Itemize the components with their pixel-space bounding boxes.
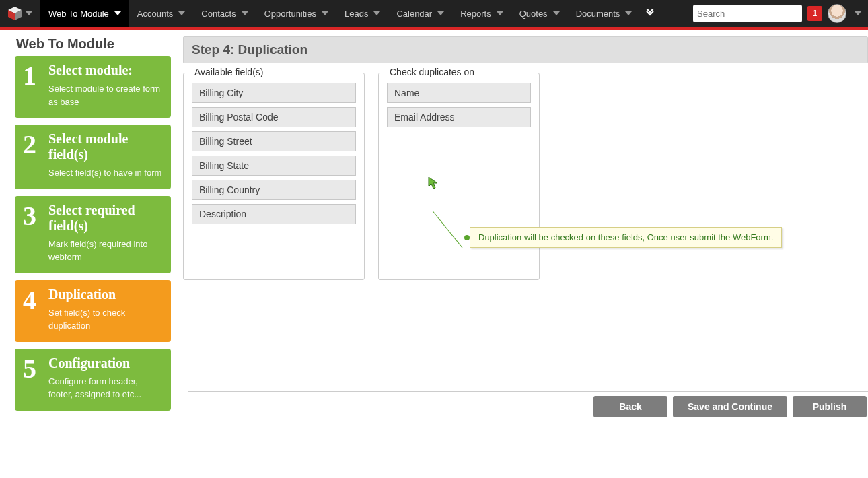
annotation-tooltip: Duplication will be checked on these fie… [470,227,782,248]
nav-label: Documents [576,9,620,19]
wizard-step-5[interactable]: 5 Configuration Configure form header, f… [15,349,171,411]
nav-label: Contacts [201,9,236,19]
step-title: Configuration [48,355,163,371]
caret-down-icon [373,9,380,19]
caret-down-icon [553,9,560,19]
svg-marker-12 [625,11,632,15]
nav-more-icon[interactable] [640,0,660,27]
svg-marker-3 [26,11,32,15]
nav-accounts[interactable]: Accounts [129,0,193,27]
nav-opportunities[interactable]: Opportunities [256,0,336,27]
step-heading: Step 4: Duplication [183,36,868,63]
caret-down-icon [322,9,328,19]
step-title: Select module: [48,63,163,78]
nav-quotes[interactable]: Quotes [511,0,568,27]
nav-leads[interactable]: Leads [336,0,388,27]
available-fields-group: Billing CityBilling Postal CodeBilling S… [183,73,365,280]
step-number: 5 [23,355,42,401]
nav-calendar[interactable]: Calendar [388,0,452,27]
app-logo-icon [7,5,23,22]
svg-marker-4 [114,11,121,15]
nav-label: Opportunities [264,9,316,19]
user-avatar[interactable] [828,4,846,23]
wizard-step-2[interactable]: 2 Select module field(s) Select field(s)… [15,125,171,189]
step-number: 3 [23,203,42,264]
back-button[interactable]: Back [593,396,667,417]
step-title: Duplication [48,287,163,302]
step-number: 1 [23,63,42,108]
svg-marker-9 [437,11,444,15]
nav-label: Reports [460,9,491,19]
publish-button[interactable]: Publish [793,396,867,417]
duplicate-field-item[interactable]: Name [387,83,531,103]
nav-label: Accounts [137,9,173,19]
app-logo-zone [0,0,40,27]
step-number: 2 [23,131,42,180]
available-field-item[interactable]: Billing State [192,156,356,176]
annotation-cursor-icon [428,176,439,193]
save-continue-button[interactable]: Save and Continue [673,396,787,417]
main-panel: Step 4: Duplication Billing CityBilling … [171,36,868,417]
step-subtitle: Select module to create form as base [48,82,163,108]
caret-down-icon [437,9,444,19]
notification-badge[interactable]: 1 [807,6,822,21]
available-field-item[interactable]: Billing City [192,83,356,103]
caret-down-icon [497,9,503,19]
caret-down-icon [625,9,632,19]
wizard-step-4[interactable]: 4 Duplication Set field(s) to check dupl… [15,280,171,342]
wizard-sidebar: Web To Module 1 Select module: Select mo… [15,36,171,417]
duplicate-fields-group: NameEmail Address [378,73,540,280]
caret-down-icon [178,9,185,19]
step-subtitle: Configure form header, footer, assigned … [48,375,163,401]
duplicate-field-item[interactable]: Email Address [387,107,531,127]
svg-marker-6 [242,11,248,15]
topbar-right: 1 [693,0,868,27]
svg-marker-11 [553,11,560,15]
wizard-footer: Back Save and Continue Publish [188,391,868,417]
nav-reports[interactable]: Reports [452,0,511,27]
step-subtitle: Select field(s) to have in form [48,166,163,180]
step-subtitle: Set field(s) to check duplication [48,306,163,333]
app-menu-caret-icon[interactable] [23,10,35,17]
available-field-item[interactable]: Description [192,204,356,224]
search-input[interactable] [697,9,810,19]
page-title: Web To Module [16,36,171,52]
global-search[interactable] [693,5,802,22]
available-field-item[interactable]: Billing Country [192,180,356,200]
svg-marker-16 [429,177,437,189]
svg-marker-5 [178,11,185,15]
nav-contacts[interactable]: Contacts [193,0,256,27]
nav-documents[interactable]: Documents [568,0,641,27]
available-field-item[interactable]: Billing Street [192,131,356,151]
user-menu-caret-icon[interactable] [852,10,864,17]
svg-marker-8 [373,11,380,15]
caret-down-icon [242,9,248,19]
svg-marker-7 [322,11,328,15]
nav-label: Web To Module [48,9,109,19]
top-navbar: Web To Module Accounts Contacts Opportun… [0,0,868,27]
nav-label: Quotes [519,9,548,19]
nav-web-to-module[interactable]: Web To Module [40,0,129,27]
svg-marker-15 [855,11,861,15]
nav-label: Leads [345,9,368,19]
svg-marker-10 [497,11,503,15]
step-subtitle: Mark field(s) required into webform [48,238,163,264]
wizard-step-1[interactable]: 1 Select module: Select module to create… [15,56,171,118]
wizard-step-3[interactable]: 3 Select required field(s) Mark field(s)… [15,196,171,273]
available-field-item[interactable]: Billing Postal Code [192,107,356,127]
annotation-endpoint-icon [464,235,470,240]
step-number: 4 [23,287,42,333]
caret-down-icon [114,9,121,19]
step-title: Select required field(s) [48,203,163,234]
nav-label: Calendar [396,9,432,19]
step-title: Select module field(s) [48,131,163,162]
